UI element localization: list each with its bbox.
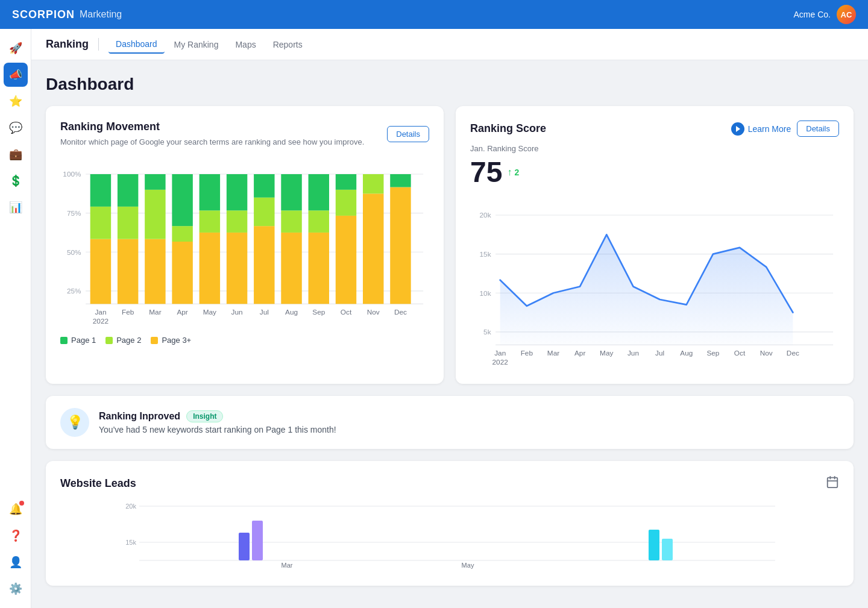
sidebar-icon-megaphone[interactable]: 📣 <box>4 63 28 87</box>
svg-rect-31 <box>281 210 301 233</box>
svg-rect-42 <box>390 174 410 187</box>
sidebar-icon-dollar[interactable]: 💲 <box>4 169 28 193</box>
insight-content: Ranking Inproved Insight You've had 5 ne… <box>99 410 839 434</box>
svg-text:20k: 20k <box>125 503 136 510</box>
svg-rect-40 <box>363 174 383 193</box>
svg-rect-17 <box>145 174 165 190</box>
legend-page2: Page 2 <box>105 336 141 345</box>
page-title: Dashboard <box>46 75 854 94</box>
svg-rect-9 <box>90 239 111 304</box>
svg-rect-32 <box>281 174 301 210</box>
learn-more-btn[interactable]: Learn More <box>731 122 791 136</box>
ranking-movement-header: Ranking Movement Monitor which page of G… <box>60 121 429 148</box>
brand-name: SCORPION <box>12 8 75 21</box>
insight-badge: Insight <box>186 410 223 422</box>
score-period-label: Jan. Ranking Score <box>470 144 839 153</box>
svg-text:Jul: Jul <box>655 349 664 357</box>
arrow-up-icon: ↑ <box>507 167 512 178</box>
sidebar-icon-question[interactable]: ❓ <box>4 524 28 548</box>
svg-text:Oct: Oct <box>734 349 746 357</box>
score-number: 75 <box>470 155 502 189</box>
sidebar-icon-star[interactable]: ⭐ <box>4 89 28 113</box>
svg-text:15k: 15k <box>125 539 136 546</box>
svg-rect-91 <box>649 530 659 560</box>
svg-rect-16 <box>145 190 165 239</box>
score-change-value: 2 <box>514 168 519 177</box>
svg-text:Mar: Mar <box>281 562 293 569</box>
sidebar-icon-chart[interactable]: 📊 <box>4 195 28 219</box>
website-leads-chart: 20k 15k Mar May <box>60 497 839 569</box>
sidebar-icon-bell[interactable]: 🔔 <box>4 497 28 521</box>
user-avatar[interactable]: AC <box>837 5 856 24</box>
svg-rect-25 <box>227 210 247 233</box>
ranking-score-header: Ranking Score Learn More Details <box>470 121 839 137</box>
brand: SCORPION Marketing <box>12 8 122 21</box>
svg-text:Sep: Sep <box>312 308 325 316</box>
ranking-movement-chart: 100% 75% 50% 25% <box>60 157 429 345</box>
line-chart-svg: 20k 15k 10k 5k <box>470 198 839 367</box>
svg-text:Nov: Nov <box>367 308 380 316</box>
legend-page3: Page 3+ <box>151 336 191 345</box>
sub-nav-my-ranking[interactable]: My Ranking <box>167 36 226 53</box>
ranking-movement-title: Ranking Movement <box>60 121 364 133</box>
svg-text:Jul: Jul <box>260 308 269 316</box>
svg-rect-20 <box>172 174 192 226</box>
svg-text:20k: 20k <box>480 211 491 219</box>
svg-text:Jan: Jan <box>494 349 506 357</box>
sidebar-icon-chat[interactable]: 💬 <box>4 116 28 140</box>
svg-rect-26 <box>227 174 247 210</box>
svg-rect-23 <box>200 174 220 210</box>
svg-text:Oct: Oct <box>341 308 352 316</box>
insight-card: 💡 Ranking Inproved Insight You've had 5 … <box>46 396 854 449</box>
svg-text:Apr: Apr <box>574 349 585 357</box>
svg-text:May: May <box>600 349 613 357</box>
legend-page1: Page 1 <box>60 336 96 345</box>
svg-rect-34 <box>309 210 329 233</box>
score-value-row: 75 ↑ 2 <box>470 155 839 189</box>
notification-dot <box>19 501 24 506</box>
sub-nav-maps[interactable]: Maps <box>228 36 263 53</box>
ranking-movement-desc: Monitor which page of Google your search… <box>60 137 364 148</box>
ranking-score-actions: Learn More Details <box>731 121 839 137</box>
svg-rect-36 <box>336 216 356 304</box>
website-leads-title: Website Leads <box>60 477 136 490</box>
svg-rect-92 <box>662 539 673 560</box>
ranking-movement-card: Ranking Movement Monitor which page of G… <box>46 106 444 384</box>
svg-rect-21 <box>200 233 220 304</box>
sub-nav: Ranking Dashboard My Ranking Maps Report… <box>31 29 868 60</box>
legend-label-page1: Page 1 <box>71 336 96 345</box>
svg-text:Jun: Jun <box>231 308 243 316</box>
website-leads-card: Website Leads 20k 15k <box>46 461 854 586</box>
svg-rect-38 <box>336 174 356 190</box>
svg-rect-41 <box>390 187 410 304</box>
svg-text:10k: 10k <box>480 289 491 298</box>
user-area[interactable]: Acme Co. AC <box>794 5 856 24</box>
svg-rect-29 <box>254 174 274 198</box>
sidebar-icon-briefcase[interactable]: 💼 <box>4 142 28 166</box>
sidebar-icon-person[interactable]: 👤 <box>4 550 28 574</box>
calendar-icon[interactable] <box>826 475 839 492</box>
svg-rect-14 <box>118 174 138 207</box>
bar-chart-legend: Page 1 Page 2 Page 3+ <box>60 336 429 345</box>
ranking-movement-details-btn[interactable]: Details <box>387 126 429 142</box>
sidebar-icon-gear[interactable]: ⚙️ <box>4 577 28 601</box>
sidebar-icon-rocket[interactable]: 🚀 <box>4 36 28 60</box>
sub-nav-title: Ranking <box>46 38 99 51</box>
ranking-score-chart: 20k 15k 10k 5k <box>470 198 839 369</box>
svg-rect-37 <box>336 190 356 216</box>
sub-nav-dashboard[interactable]: Dashboard <box>108 36 165 54</box>
sidebar: 🚀 📣 ⭐ 💬 💼 💲 📊 🔔 ❓ 👤 ⚙️ <box>0 29 31 608</box>
top-nav: SCORPION Marketing Acme Co. AC <box>0 0 868 29</box>
sub-nav-reports[interactable]: Reports <box>266 36 310 53</box>
svg-rect-18 <box>172 242 192 304</box>
svg-text:Dec: Dec <box>787 349 799 357</box>
svg-text:Jan: Jan <box>95 308 106 316</box>
ranking-score-details-btn[interactable]: Details <box>797 121 839 137</box>
insight-icon: 💡 <box>60 408 89 437</box>
svg-text:Nov: Nov <box>760 349 773 357</box>
svg-text:Aug: Aug <box>680 349 693 357</box>
svg-text:Feb: Feb <box>122 308 134 316</box>
cards-row: Ranking Movement Monitor which page of G… <box>46 106 854 384</box>
line-chart-fill <box>500 234 793 345</box>
svg-rect-22 <box>200 210 220 233</box>
